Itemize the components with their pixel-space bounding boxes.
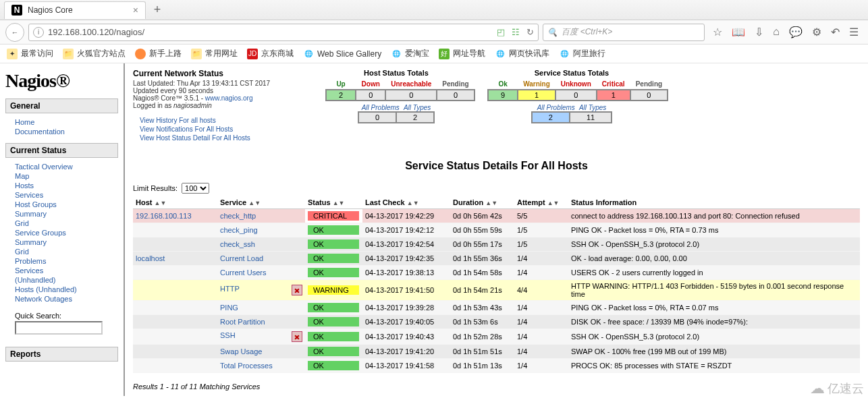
disable-notifications-icon[interactable] (292, 331, 302, 342)
sort-icon[interactable]: ▲▼ (407, 200, 419, 206)
host-all-types-h[interactable]: All Types (404, 104, 431, 111)
limit-select[interactable]: 100 (182, 183, 209, 194)
service-link[interactable]: check_ping (220, 226, 258, 234)
val-up[interactable]: 2 (326, 90, 356, 101)
bookmark-most-visited[interactable]: ✦最常访问 (7, 48, 53, 59)
val-svc-pending[interactable]: 0 (630, 90, 668, 101)
th-attempt[interactable]: Attempt ▲▼ (514, 196, 568, 209)
nav-documentation[interactable]: Documentation (15, 127, 65, 136)
info-icon[interactable]: i (33, 27, 44, 38)
th-host[interactable]: Host ▲▼ (133, 196, 217, 209)
shield-icon[interactable]: ◰ (497, 27, 505, 37)
sort-icon[interactable]: ▲▼ (333, 200, 345, 206)
sort-icon[interactable]: ▲▼ (248, 200, 261, 206)
bookmark-firefox[interactable]: 📁火狐官方站点 (63, 48, 126, 59)
nav-home[interactable]: Home (15, 118, 34, 126)
nav-prob-network-outages[interactable]: Network Outages (15, 295, 72, 303)
th-service[interactable]: Service ▲▼ (217, 196, 305, 209)
bookmark-jd[interactable]: JD京东商城 (247, 48, 294, 59)
val-ok[interactable]: 9 (488, 90, 518, 101)
th-status-info[interactable]: Status Information (568, 196, 860, 209)
col-up[interactable]: Up (326, 79, 356, 90)
home-icon[interactable]: ⌂ (773, 26, 780, 38)
url-bar[interactable]: i 192.168.100.120/nagios/ ◰ ☷ ↻ (28, 24, 539, 41)
nav-prob-unhandled[interactable]: (Unhandled) (15, 276, 56, 284)
col-ok[interactable]: Ok (488, 79, 518, 90)
bookmark-webslice[interactable]: 🌐Web Slice Gallery (303, 49, 381, 59)
bookmark-hao[interactable]: 好网址导航 (439, 48, 485, 59)
tab-close-icon[interactable]: × (133, 5, 138, 16)
val-pending[interactable]: 0 (437, 90, 474, 101)
reload-icon[interactable]: ↻ (526, 27, 534, 37)
col-svc-pending[interactable]: Pending (630, 79, 668, 90)
link-view-host-status[interactable]: View Host Status Detail For All Hosts (140, 134, 250, 142)
link-view-notifications[interactable]: View Notifications For All Hosts (140, 125, 233, 133)
sort-icon[interactable]: ▲▼ (547, 200, 560, 206)
host-link[interactable]: 192.168.100.113 (136, 212, 192, 220)
col-warning[interactable]: Warning (518, 79, 555, 90)
nav-tactical-overview[interactable]: Tactical Overview (15, 163, 73, 171)
pocket-icon[interactable]: 📖 (732, 26, 745, 38)
col-unknown[interactable]: Unknown (555, 79, 597, 90)
val-critical[interactable]: 1 (597, 90, 630, 101)
service-link[interactable]: Current Users (220, 268, 266, 277)
th-duration[interactable]: Duration ▲▼ (450, 196, 514, 209)
service-link[interactable]: Swap Usage (220, 347, 262, 356)
nav-service-groups[interactable]: Service Groups (15, 229, 66, 237)
col-critical[interactable]: Critical (597, 79, 630, 90)
nav-problems[interactable]: Problems (15, 257, 46, 265)
service-link[interactable]: Total Processes (220, 362, 273, 370)
sync-icon[interactable]: ⚙ (812, 26, 821, 38)
browser-tab[interactable]: N Nagios Core × (4, 1, 146, 19)
search-box[interactable]: 🔍 百度 <Ctrl+K> (543, 24, 705, 41)
bookmark-aitaobao[interactable]: 🌐爱淘宝 (391, 48, 429, 59)
val-warning[interactable]: 1 (518, 90, 555, 101)
service-link[interactable]: Root Partition (220, 318, 265, 326)
service-link[interactable]: PING (220, 304, 238, 312)
host-all-types[interactable]: 2 (396, 112, 434, 123)
nav-prob-services[interactable]: Services (15, 266, 43, 275)
bookmark-webslice2[interactable]: 🌐网页快讯库 (495, 48, 549, 59)
disable-notifications-icon[interactable] (292, 285, 302, 295)
nav-hg-summary[interactable]: Summary (15, 210, 47, 218)
nav-host-groups[interactable]: Host Groups (15, 200, 57, 208)
val-down[interactable]: 0 (356, 90, 385, 101)
chat-icon[interactable]: 💬 (789, 26, 803, 38)
col-down[interactable]: Down (356, 79, 385, 90)
grid-icon[interactable]: ☷ (512, 27, 520, 37)
host-link[interactable]: localhost (136, 254, 165, 262)
val-unreachable[interactable]: 0 (385, 90, 437, 101)
service-link[interactable]: check_http (220, 212, 256, 220)
service-link[interactable]: HTTP (220, 285, 240, 293)
col-pending[interactable]: Pending (437, 79, 474, 90)
service-link[interactable]: check_ssh (220, 240, 255, 248)
quick-search-input[interactable] (15, 321, 103, 335)
host-all-problems-h[interactable]: All Problems (362, 104, 400, 111)
nav-sg-grid[interactable]: Grid (15, 248, 29, 256)
download-icon[interactable]: ⇩ (755, 26, 763, 38)
nav-sg-summary[interactable]: Summary (15, 238, 47, 246)
nagios-org-link[interactable]: www.nagios.org (205, 94, 253, 102)
svc-all-types-h[interactable]: All Types (579, 104, 606, 111)
undo-icon[interactable]: ↶ (831, 26, 840, 38)
back-button[interactable]: ← (5, 23, 24, 42)
th-status[interactable]: Status ▲▼ (305, 196, 362, 209)
th-last-check[interactable]: Last Check ▲▼ (362, 196, 450, 209)
nav-prob-hosts-unhandled[interactable]: Hosts (Unhandled) (15, 285, 77, 293)
sort-icon[interactable]: ▲▼ (485, 200, 497, 206)
host-all-problems[interactable]: 0 (358, 112, 396, 123)
col-unreachable[interactable]: Unreachable (385, 79, 437, 90)
link-view-history[interactable]: View History For all hosts (140, 117, 216, 124)
star-icon[interactable]: ☆ (713, 26, 722, 38)
bookmark-newbie[interactable]: 新手上路 (135, 48, 182, 59)
bookmark-ali[interactable]: 🌐阿里旅行 (559, 48, 605, 59)
service-link[interactable]: Current Load (220, 254, 263, 262)
svc-all-types[interactable]: 11 (570, 112, 612, 123)
menu-icon[interactable]: ☰ (849, 26, 859, 38)
nav-hosts[interactable]: Hosts (15, 181, 34, 190)
sort-icon[interactable]: ▲▼ (155, 200, 167, 206)
nav-services[interactable]: Services (15, 191, 43, 199)
nav-map[interactable]: Map (15, 172, 29, 180)
val-unknown[interactable]: 0 (555, 90, 597, 101)
new-tab-button[interactable]: + (150, 3, 165, 18)
